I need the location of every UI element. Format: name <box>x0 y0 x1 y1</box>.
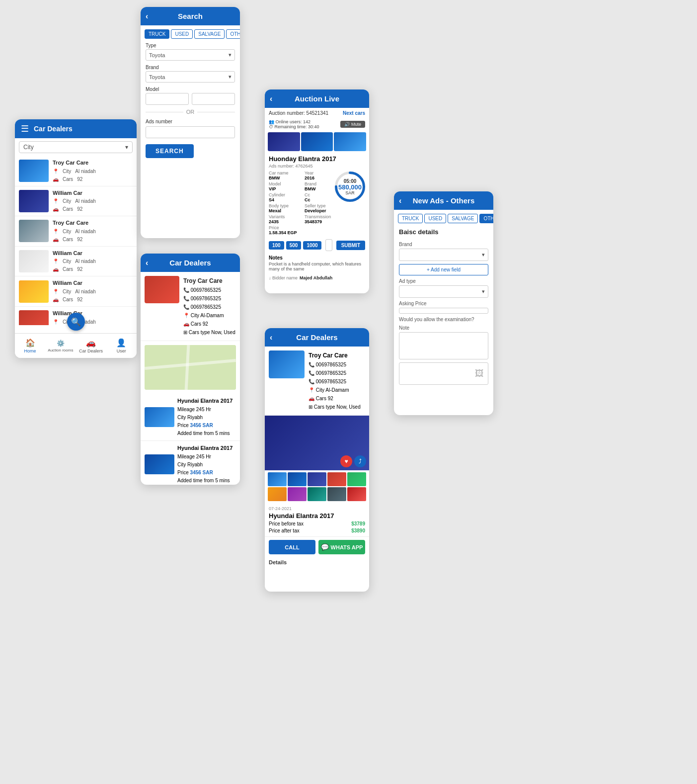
dealer-name: Troy Car Care <box>53 219 96 228</box>
thumb-9[interactable] <box>327 487 346 501</box>
car-listing-info: Hyundai Elantra 2017 Mileage 245 Hr City… <box>177 444 232 485</box>
car-dealers-title: Car Dealers <box>34 125 73 133</box>
dealer-card[interactable]: Troy Car Care 📞 00697865325 📞 0069786532… <box>141 272 240 341</box>
back-button[interactable]: ‹ <box>146 259 148 267</box>
detail-row: Variants2435 <box>269 214 304 224</box>
car-listing-item[interactable]: Hyundai Elantra 2017 Mileage 245 Hr City… <box>141 441 240 485</box>
brand-select[interactable]: Toyota ▾ <box>146 71 235 83</box>
tab-other[interactable]: OTHER <box>479 214 493 223</box>
bid-input[interactable] <box>325 239 332 251</box>
note-input[interactable] <box>399 332 488 359</box>
tab-salvage[interactable]: SALVAGE <box>194 29 225 39</box>
to-input[interactable] <box>192 93 235 105</box>
city-select[interactable]: City ▾ <box>19 141 133 153</box>
car-dealers-header: ☰ Car Dealers <box>15 119 137 138</box>
dealer-item[interactable]: Troy Car Care 📍CityAl niadah 🚗Cars92 <box>15 216 137 247</box>
back-button[interactable]: ‹ <box>270 333 272 342</box>
auction-car-title: Huonday Elantra 2017 <box>265 153 369 164</box>
thumb-5[interactable] <box>347 472 366 486</box>
search-form: Type Toyota ▾ Brand Toyota ▾ Model OR Ad… <box>141 43 240 158</box>
car-gallery <box>268 132 366 151</box>
add-field-button[interactable]: + Add new field <box>399 264 488 275</box>
bid-500-button[interactable]: 500 <box>286 241 302 250</box>
asking-price-label: Asking Price <box>394 301 493 306</box>
dealer-header-card[interactable]: Troy Car Care 📞 00697865325 📞 0069786532… <box>265 347 369 416</box>
tab-truck[interactable]: TRUCK <box>398 214 423 223</box>
dealer-item[interactable]: William Car 📍CityAl niadah 🚗Cars92 <box>15 247 137 277</box>
tab-other[interactable]: OTHER <box>226 29 240 39</box>
image-icon: 🖼 <box>475 368 484 379</box>
auction-header: ‹ Auction Live <box>265 89 369 108</box>
car-icon: 🚗 <box>53 175 59 183</box>
car-listing-item[interactable]: Hyundai Elantra 2017 Mileage 245 Hr City… <box>141 394 240 441</box>
tab-salvage[interactable]: SALVAGE <box>448 214 478 223</box>
search-fab[interactable]: 🔍 <box>67 313 85 331</box>
thumb-6[interactable] <box>268 487 287 501</box>
bid-1000-button[interactable]: 1000 <box>303 241 321 250</box>
main-car-image: ♥ ⤴ <box>265 416 369 470</box>
whatsapp-button[interactable]: 💬 WHATS APP <box>318 540 365 554</box>
dealer-name: William Car <box>53 189 96 198</box>
share-button[interactable]: ⤴ <box>354 455 366 467</box>
details-label: Details <box>265 557 369 567</box>
ad-type-label: Ad type <box>394 278 493 284</box>
search-title: Search <box>178 12 203 20</box>
back-button[interactable]: ‹ <box>270 94 272 103</box>
detail-row: ModelVIP <box>269 181 304 191</box>
type-select[interactable]: Toyota ▾ <box>146 49 235 61</box>
mute-button[interactable]: 🔊 Mute <box>340 121 365 128</box>
submit-button[interactable]: SUBMIT <box>336 241 365 250</box>
from-input[interactable] <box>146 93 189 105</box>
thumb-4[interactable] <box>327 472 346 486</box>
brand-select[interactable]: ▾ <box>399 249 488 261</box>
car-listing-image <box>145 407 174 427</box>
next-cars-link[interactable]: Next cars <box>343 110 365 116</box>
phone-car-dealers-detail: ‹ Car Dealers Troy Car Care 📞 0069786532… <box>141 254 240 485</box>
or-divider: OR <box>146 109 235 115</box>
thumb-1[interactable] <box>268 472 287 486</box>
dealer-card-info: Troy Car Care 📞 00697865325 📞 0069786532… <box>183 276 235 337</box>
dealer-header-info: Troy Car Care 📞 00697865325 📞 0069786532… <box>309 350 361 411</box>
tab-used[interactable]: USED <box>171 29 193 39</box>
phone-auction-live: ‹ Auction Live Auction number: 54521341 … <box>265 89 369 293</box>
tab-used[interactable]: USED <box>424 214 446 223</box>
back-button[interactable]: ‹ <box>146 12 148 21</box>
thumb-10[interactable] <box>347 487 366 501</box>
nav-car-dealers[interactable]: 🚗 Car Dealers <box>76 334 106 358</box>
dealer-name: Troy Car Care <box>53 159 96 168</box>
back-button[interactable]: ‹ <box>399 196 401 205</box>
gallery-image-2 <box>301 132 333 151</box>
nav-user[interactable]: 👤 User <box>106 334 137 358</box>
new-ads-header: ‹ New Ads - Others <box>394 191 493 210</box>
detail-row: Car nameBMW <box>269 171 304 180</box>
dealer-item[interactable]: William Car 📍CityAl niadah 🚗Cars92 <box>15 186 137 217</box>
car-listing-image <box>145 454 174 474</box>
nav-auction[interactable]: ⚙️ Auction rooms <box>45 334 76 358</box>
tab-truck[interactable]: TRUCK <box>145 29 169 39</box>
chevron-down-icon: ▾ <box>125 144 128 151</box>
auction-details-area: Car nameBMW Year2016 ModelVIP BrandBMW C… <box>265 169 369 237</box>
favorite-button[interactable]: ♥ <box>340 455 352 467</box>
brand-label: Brand <box>394 242 493 247</box>
thumb-3[interactable] <box>308 472 326 486</box>
call-button[interactable]: CALL <box>269 540 315 554</box>
dealer-card-image <box>145 276 179 303</box>
bid-100-button[interactable]: 100 <box>269 241 284 250</box>
image-upload[interactable]: 🖼 <box>399 362 488 385</box>
nav-home[interactable]: 🏠 Home <box>15 334 45 358</box>
ad-type-select[interactable]: ▾ <box>399 285 488 298</box>
ads-input[interactable] <box>146 126 235 138</box>
price-before-tax: Price before tax $3789 <box>269 521 365 526</box>
thumb-7[interactable] <box>288 487 307 501</box>
asking-price-input[interactable] <box>399 308 488 314</box>
thumb-2[interactable] <box>288 472 307 486</box>
thumb-8[interactable] <box>308 487 326 501</box>
dealer-item[interactable]: William Car 📍CityAl niadah 🚗Cars92 <box>15 276 137 307</box>
bid-timer: 05:00 580,000 SAR <box>334 171 366 203</box>
dealer-item[interactable]: Troy Car Care 📍 City Al niadah 🚗 Cars 92 <box>15 156 137 186</box>
search-button[interactable]: SEARCH <box>146 144 194 158</box>
detail-row: Price1.58.354 EGP <box>269 225 304 235</box>
detail-row: Body typeMexal <box>269 203 304 213</box>
hamburger-icon[interactable]: ☰ <box>21 123 29 134</box>
chevron-down-icon: ▾ <box>482 288 485 295</box>
